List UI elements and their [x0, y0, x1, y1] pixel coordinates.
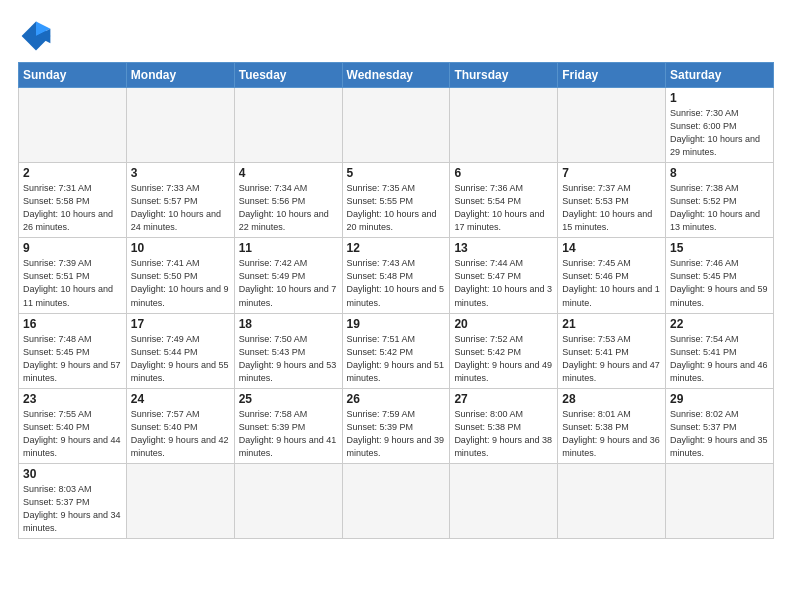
day-info: Sunrise: 7:48 AM Sunset: 5:45 PM Dayligh… [23, 333, 122, 385]
day-cell: 24Sunrise: 7:57 AM Sunset: 5:40 PM Dayli… [126, 388, 234, 463]
day-cell: 13Sunrise: 7:44 AM Sunset: 5:47 PM Dayli… [450, 238, 558, 313]
day-info: Sunrise: 7:51 AM Sunset: 5:42 PM Dayligh… [347, 333, 446, 385]
week-row-5: 30Sunrise: 8:03 AM Sunset: 5:37 PM Dayli… [19, 463, 774, 538]
day-info: Sunrise: 8:02 AM Sunset: 5:37 PM Dayligh… [670, 408, 769, 460]
day-info: Sunrise: 7:44 AM Sunset: 5:47 PM Dayligh… [454, 257, 553, 309]
day-number: 29 [670, 392, 769, 406]
day-number: 11 [239, 241, 338, 255]
day-number: 17 [131, 317, 230, 331]
day-cell: 17Sunrise: 7:49 AM Sunset: 5:44 PM Dayli… [126, 313, 234, 388]
day-cell: 20Sunrise: 7:52 AM Sunset: 5:42 PM Dayli… [450, 313, 558, 388]
weekday-header-sunday: Sunday [19, 63, 127, 88]
day-info: Sunrise: 7:30 AM Sunset: 6:00 PM Dayligh… [670, 107, 769, 159]
day-number: 6 [454, 166, 553, 180]
day-cell: 23Sunrise: 7:55 AM Sunset: 5:40 PM Dayli… [19, 388, 127, 463]
day-cell: 10Sunrise: 7:41 AM Sunset: 5:50 PM Dayli… [126, 238, 234, 313]
day-number: 13 [454, 241, 553, 255]
day-cell: 30Sunrise: 8:03 AM Sunset: 5:37 PM Dayli… [19, 463, 127, 538]
day-cell: 16Sunrise: 7:48 AM Sunset: 5:45 PM Dayli… [19, 313, 127, 388]
day-cell: 3Sunrise: 7:33 AM Sunset: 5:57 PM Daylig… [126, 163, 234, 238]
day-cell: 22Sunrise: 7:54 AM Sunset: 5:41 PM Dayli… [666, 313, 774, 388]
day-number: 22 [670, 317, 769, 331]
weekday-header-thursday: Thursday [450, 63, 558, 88]
day-info: Sunrise: 7:54 AM Sunset: 5:41 PM Dayligh… [670, 333, 769, 385]
day-cell [558, 88, 666, 163]
day-cell [450, 88, 558, 163]
day-cell: 19Sunrise: 7:51 AM Sunset: 5:42 PM Dayli… [342, 313, 450, 388]
day-number: 30 [23, 467, 122, 481]
day-info: Sunrise: 8:01 AM Sunset: 5:38 PM Dayligh… [562, 408, 661, 460]
day-number: 5 [347, 166, 446, 180]
weekday-header-friday: Friday [558, 63, 666, 88]
day-info: Sunrise: 7:57 AM Sunset: 5:40 PM Dayligh… [131, 408, 230, 460]
day-cell [234, 463, 342, 538]
day-number: 14 [562, 241, 661, 255]
day-cell: 26Sunrise: 7:59 AM Sunset: 5:39 PM Dayli… [342, 388, 450, 463]
day-cell: 11Sunrise: 7:42 AM Sunset: 5:49 PM Dayli… [234, 238, 342, 313]
day-number: 26 [347, 392, 446, 406]
day-cell: 15Sunrise: 7:46 AM Sunset: 5:45 PM Dayli… [666, 238, 774, 313]
day-info: Sunrise: 7:35 AM Sunset: 5:55 PM Dayligh… [347, 182, 446, 234]
calendar: SundayMondayTuesdayWednesdayThursdayFrid… [18, 62, 774, 539]
day-number: 28 [562, 392, 661, 406]
day-number: 20 [454, 317, 553, 331]
day-cell: 8Sunrise: 7:38 AM Sunset: 5:52 PM Daylig… [666, 163, 774, 238]
day-number: 15 [670, 241, 769, 255]
day-info: Sunrise: 7:31 AM Sunset: 5:58 PM Dayligh… [23, 182, 122, 234]
day-cell: 21Sunrise: 7:53 AM Sunset: 5:41 PM Dayli… [558, 313, 666, 388]
day-number: 9 [23, 241, 122, 255]
page: SundayMondayTuesdayWednesdayThursdayFrid… [0, 0, 792, 549]
header [18, 18, 774, 54]
day-number: 19 [347, 317, 446, 331]
weekday-header-monday: Monday [126, 63, 234, 88]
day-info: Sunrise: 7:55 AM Sunset: 5:40 PM Dayligh… [23, 408, 122, 460]
day-number: 27 [454, 392, 553, 406]
day-number: 16 [23, 317, 122, 331]
day-info: Sunrise: 7:38 AM Sunset: 5:52 PM Dayligh… [670, 182, 769, 234]
day-number: 25 [239, 392, 338, 406]
week-row-2: 9Sunrise: 7:39 AM Sunset: 5:51 PM Daylig… [19, 238, 774, 313]
logo-icon [18, 18, 54, 54]
day-cell: 2Sunrise: 7:31 AM Sunset: 5:58 PM Daylig… [19, 163, 127, 238]
day-cell: 25Sunrise: 7:58 AM Sunset: 5:39 PM Dayli… [234, 388, 342, 463]
day-number: 24 [131, 392, 230, 406]
day-number: 12 [347, 241, 446, 255]
day-info: Sunrise: 7:37 AM Sunset: 5:53 PM Dayligh… [562, 182, 661, 234]
day-cell [666, 463, 774, 538]
day-cell [234, 88, 342, 163]
day-cell: 4Sunrise: 7:34 AM Sunset: 5:56 PM Daylig… [234, 163, 342, 238]
day-number: 1 [670, 91, 769, 105]
day-info: Sunrise: 7:43 AM Sunset: 5:48 PM Dayligh… [347, 257, 446, 309]
week-row-0: 1Sunrise: 7:30 AM Sunset: 6:00 PM Daylig… [19, 88, 774, 163]
day-info: Sunrise: 7:49 AM Sunset: 5:44 PM Dayligh… [131, 333, 230, 385]
day-number: 7 [562, 166, 661, 180]
day-info: Sunrise: 7:59 AM Sunset: 5:39 PM Dayligh… [347, 408, 446, 460]
day-info: Sunrise: 7:42 AM Sunset: 5:49 PM Dayligh… [239, 257, 338, 309]
day-info: Sunrise: 7:36 AM Sunset: 5:54 PM Dayligh… [454, 182, 553, 234]
day-number: 4 [239, 166, 338, 180]
day-info: Sunrise: 7:58 AM Sunset: 5:39 PM Dayligh… [239, 408, 338, 460]
day-cell: 29Sunrise: 8:02 AM Sunset: 5:37 PM Dayli… [666, 388, 774, 463]
day-number: 18 [239, 317, 338, 331]
day-cell: 9Sunrise: 7:39 AM Sunset: 5:51 PM Daylig… [19, 238, 127, 313]
day-cell [19, 88, 127, 163]
day-cell [342, 463, 450, 538]
day-info: Sunrise: 7:45 AM Sunset: 5:46 PM Dayligh… [562, 257, 661, 309]
day-cell: 14Sunrise: 7:45 AM Sunset: 5:46 PM Dayli… [558, 238, 666, 313]
day-number: 10 [131, 241, 230, 255]
day-info: Sunrise: 7:52 AM Sunset: 5:42 PM Dayligh… [454, 333, 553, 385]
day-info: Sunrise: 8:00 AM Sunset: 5:38 PM Dayligh… [454, 408, 553, 460]
week-row-4: 23Sunrise: 7:55 AM Sunset: 5:40 PM Dayli… [19, 388, 774, 463]
day-cell [126, 463, 234, 538]
day-info: Sunrise: 7:46 AM Sunset: 5:45 PM Dayligh… [670, 257, 769, 309]
day-cell [450, 463, 558, 538]
week-row-3: 16Sunrise: 7:48 AM Sunset: 5:45 PM Dayli… [19, 313, 774, 388]
day-info: Sunrise: 7:34 AM Sunset: 5:56 PM Dayligh… [239, 182, 338, 234]
day-cell: 5Sunrise: 7:35 AM Sunset: 5:55 PM Daylig… [342, 163, 450, 238]
day-number: 3 [131, 166, 230, 180]
day-cell [126, 88, 234, 163]
day-number: 21 [562, 317, 661, 331]
day-cell: 1Sunrise: 7:30 AM Sunset: 6:00 PM Daylig… [666, 88, 774, 163]
day-info: Sunrise: 7:39 AM Sunset: 5:51 PM Dayligh… [23, 257, 122, 309]
day-cell: 28Sunrise: 8:01 AM Sunset: 5:38 PM Dayli… [558, 388, 666, 463]
